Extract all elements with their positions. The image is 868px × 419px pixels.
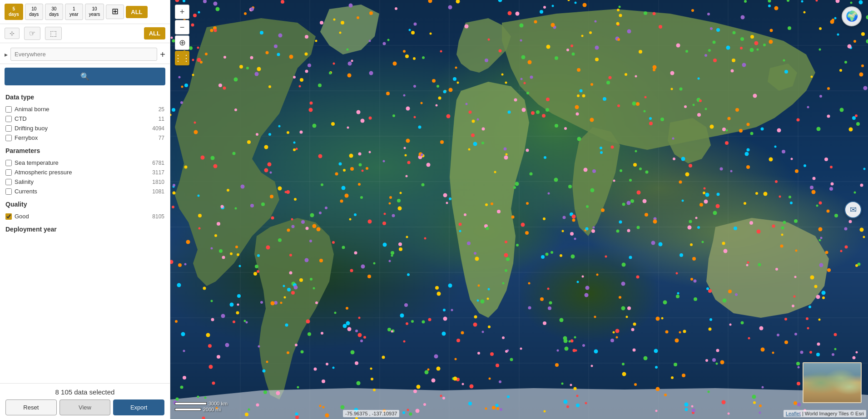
count-quality-good: 8105: [152, 213, 164, 220]
time-btn-5days[interactable]: 5days: [5, 4, 23, 20]
time-btn-10years[interactable]: 10years: [85, 4, 104, 20]
checkbox-salinity[interactable]: [5, 179, 12, 185]
leaflet-link[interactable]: Leaflet: [786, 411, 801, 416]
label-ctd: CTD: [15, 115, 27, 122]
map-svg: [170, 0, 868, 419]
hand-tool-btn[interactable]: ☞: [24, 27, 40, 40]
checkbox-currents[interactable]: [5, 188, 12, 195]
time-btn-30days[interactable]: 30days: [45, 4, 63, 20]
count-ctd: 11: [159, 116, 164, 122]
reset-button[interactable]: Reset: [5, 399, 57, 415]
filter-drifting-buoy: Drifting buoy 4094: [5, 123, 164, 133]
action-buttons: Reset View Export: [5, 399, 164, 415]
select-tool-btn[interactable]: ⊹: [5, 28, 20, 39]
attribution-text: | World Imagery Tiles © Esri: [802, 411, 864, 416]
filter-animal-borne: Animal borne 25: [5, 104, 164, 114]
checkbox-sea-temp[interactable]: [5, 160, 12, 166]
zoom-in-btn[interactable]: +: [175, 5, 189, 19]
deployment-year-title: Deployment year: [5, 226, 164, 233]
map-attribution: Leaflet | World Imagery Tiles © Esri: [784, 410, 866, 417]
filter-salinity: Salinity 1810: [5, 177, 164, 187]
checkbox-atm-pressure[interactable]: [5, 169, 12, 176]
mini-map: [803, 362, 862, 403]
grid-btn[interactable]: ⋮⋮: [175, 51, 189, 65]
location-input[interactable]: [10, 48, 157, 61]
icon-all-btn[interactable]: ALL: [144, 27, 165, 39]
scale-bar: 3000 km 2000 mi: [175, 401, 228, 412]
count-salinity: 1810: [152, 179, 164, 185]
selected-count: 8 105 data selected: [5, 388, 164, 396]
location-add-btn[interactable]: +: [160, 50, 165, 59]
count-currents: 1081: [152, 188, 164, 195]
map-coords: -75.96375 , -137.10937: [343, 410, 399, 417]
export-button[interactable]: Export: [113, 399, 164, 415]
filter-quality-good: Good 8105: [5, 212, 164, 221]
scale-label-km: 3000 km: [208, 401, 228, 406]
location-arrow-icon: ▸: [5, 51, 8, 58]
mini-map-inner: [804, 363, 861, 402]
quality-title: Quality: [5, 201, 164, 208]
label-quality-good: Good: [15, 213, 29, 220]
label-animal-borne: Animal borne: [15, 106, 50, 113]
map-controls: + − ⊕ ⋮⋮: [175, 5, 189, 65]
checkbox-animal-borne[interactable]: [5, 106, 12, 113]
locate-btn[interactable]: ⊕: [175, 35, 189, 50]
checkbox-drifting-buoy[interactable]: [5, 125, 12, 132]
filter-ctd: CTD 11: [5, 114, 164, 123]
filter-section: Data type Animal borne 25 CTD 11 Driftin…: [0, 89, 170, 383]
parameters-title: Parameters: [5, 147, 164, 154]
filter-ferrybox: Ferrybox 77: [5, 133, 164, 143]
zoom-out-btn[interactable]: −: [175, 20, 189, 35]
count-animal-borne: 25: [159, 106, 164, 113]
time-btn-all[interactable]: ALL: [126, 6, 147, 18]
checkbox-ctd[interactable]: [5, 116, 12, 122]
draw-envelope-btn[interactable]: ⬚: [45, 27, 62, 40]
label-sea-temp: Sea temperature: [15, 159, 59, 166]
time-controls: 5days 10days 30days 1year 10years ⊞ ALL: [0, 0, 170, 24]
filter-atm-pressure: Atmospheric pressure 3117: [5, 168, 164, 177]
sidebar: 5days 10days 30days 1year 10years ⊞ ALL …: [0, 0, 170, 419]
view-button[interactable]: View: [60, 399, 111, 415]
scale-line-mi: [175, 408, 201, 411]
count-drifting-buoy: 4094: [152, 125, 164, 132]
filter-currents: Currents 1081: [5, 187, 164, 196]
label-drifting-buoy: Drifting buoy: [15, 125, 48, 132]
search-btn[interactable]: 🔍: [5, 68, 165, 85]
bottom-bar: 8 105 data selected Reset View Export: [0, 383, 170, 419]
filter-sea-temp: Sea temperature 6781: [5, 158, 164, 168]
label-salinity: Salinity: [15, 178, 34, 185]
count-atm-pressure: 3117: [152, 169, 164, 176]
scale-label-mi: 2000 mi: [203, 407, 221, 412]
label-atm-pressure: Atmospheric pressure: [15, 169, 72, 176]
label-ferrybox: Ferrybox: [15, 134, 38, 141]
checkbox-quality-good[interactable]: [5, 213, 12, 220]
email-btn[interactable]: ✉: [844, 201, 862, 218]
scale-line-km: [175, 402, 207, 405]
icon-controls-row: ⊹ ☞ ⬚ ALL: [0, 24, 170, 43]
label-currents: Currents: [15, 188, 37, 195]
count-ferrybox: 77: [159, 135, 164, 141]
map-container[interactable]: + − ⊕ ⋮⋮ 🌍 ✉ 3000 km 2000 mi -75.96375 ,…: [170, 0, 868, 419]
data-type-title: Data type: [5, 94, 164, 101]
time-custom-btn[interactable]: ⊞: [106, 5, 124, 19]
count-sea-temp: 6781: [152, 160, 164, 166]
location-section: ▸ +: [0, 43, 170, 64]
globe-btn[interactable]: 🌍: [842, 6, 862, 26]
time-btn-10days[interactable]: 10days: [25, 4, 43, 20]
checkbox-ferrybox[interactable]: [5, 135, 12, 141]
time-btn-1year[interactable]: 1year: [65, 4, 83, 20]
